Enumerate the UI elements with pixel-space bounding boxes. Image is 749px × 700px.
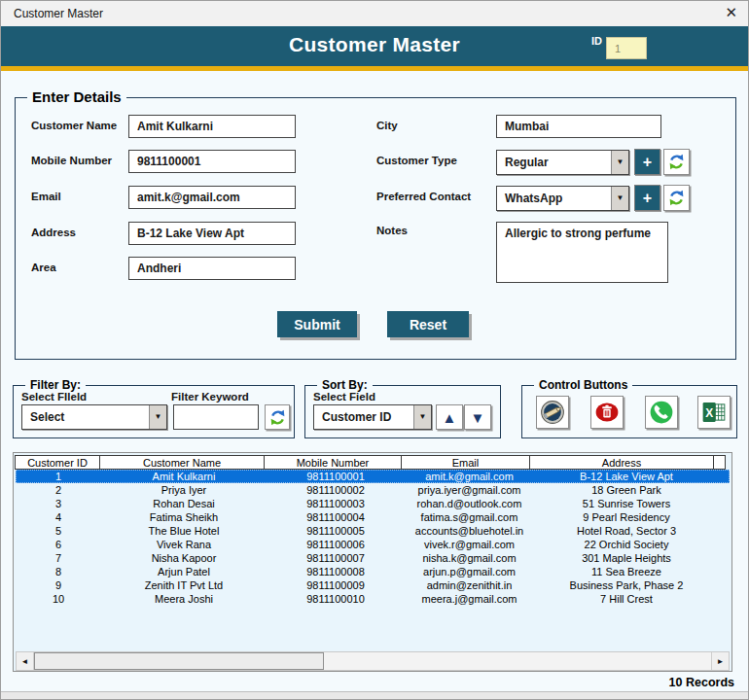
city-input[interactable] bbox=[496, 115, 661, 138]
city-label: City bbox=[376, 120, 398, 131]
whatsapp-button[interactable] bbox=[645, 396, 678, 429]
grid-cell: 9 Pearl Residency bbox=[534, 510, 719, 524]
horizontal-scrollbar[interactable]: ◄ ► bbox=[16, 651, 730, 671]
grid-cell: 9811100004 bbox=[267, 510, 405, 524]
refresh-preferred-contact-button[interactable] bbox=[663, 185, 690, 211]
id-field[interactable] bbox=[606, 37, 647, 59]
table-row[interactable]: 1Amit Kulkarni9811100001amit.k@gmail.com… bbox=[16, 470, 730, 483]
grid-cell bbox=[719, 551, 730, 565]
filter-legend: Filter By: bbox=[25, 378, 86, 392]
area-input[interactable] bbox=[128, 257, 296, 280]
grid-cell: 9811100010 bbox=[267, 592, 405, 606]
grid-cell: 7 Hill Crest bbox=[534, 592, 719, 606]
sort-group: Sort By: Select Field Customer ID ▼ ▲ ▼ bbox=[304, 385, 501, 438]
grid-cell: 2 bbox=[16, 483, 101, 497]
address-input[interactable] bbox=[128, 222, 296, 245]
column-header: Customer Name bbox=[99, 455, 265, 470]
column-header: Mobile Number bbox=[264, 455, 402, 470]
preferred-contact-label: Preferred Contact bbox=[376, 191, 471, 202]
grid-cell bbox=[719, 578, 730, 592]
grid-cell: 10 bbox=[16, 592, 101, 606]
grid-cell: rohan.d@outlook.com bbox=[405, 497, 534, 510]
notes-input[interactable]: Allergic to strong perfume bbox=[496, 222, 668, 283]
grid-cell: admin@zenithit.in bbox=[405, 578, 534, 592]
close-icon[interactable]: ✕ bbox=[725, 4, 737, 21]
grid-cell: 9811100007 bbox=[267, 551, 405, 565]
grid-cell: 6 bbox=[16, 538, 101, 551]
sort-ascending-button[interactable]: ▲ bbox=[436, 404, 463, 430]
table-row[interactable]: 2Priya Iyer9811100002priya.iyer@gmail.co… bbox=[16, 483, 730, 497]
grid-cell: amit.k@gmail.com bbox=[405, 470, 534, 483]
add-customer-type-button[interactable]: + bbox=[634, 149, 660, 175]
customer-type-select[interactable]: Regular ▼ bbox=[496, 150, 629, 175]
grid-cell: 9811100002 bbox=[267, 483, 405, 497]
grid-cell: priya.iyer@gmail.com bbox=[405, 483, 534, 497]
grid-cell: 18 Green Park bbox=[534, 483, 719, 497]
refresh-icon bbox=[667, 153, 686, 171]
area-label: Area bbox=[31, 262, 56, 273]
grid-cell bbox=[719, 565, 730, 578]
mobile-number-label: Mobile Number bbox=[31, 155, 112, 166]
grid-cell: B-12 Lake View Apt bbox=[534, 470, 719, 483]
grid-cell: meera.j@gmail.com bbox=[405, 592, 534, 606]
sort-descending-button[interactable]: ▼ bbox=[464, 404, 491, 430]
table-row[interactable]: 5The Blue Hotel9811100005accounts@blueho… bbox=[16, 524, 730, 538]
preferred-contact-select[interactable]: WhatsApp ▼ bbox=[496, 186, 629, 211]
grid-cell bbox=[719, 510, 730, 524]
grid-cell: Rohan Desai bbox=[101, 497, 267, 510]
grid-cell: 3 bbox=[16, 497, 101, 510]
grid-cell: vivek.r@gmail.com bbox=[405, 538, 534, 551]
apply-filter-button[interactable] bbox=[265, 404, 290, 430]
delete-button[interactable] bbox=[590, 396, 624, 429]
table-row[interactable]: 4Fatima Sheikh9811100004fatima.s@gmail.c… bbox=[16, 510, 730, 524]
customer-name-input[interactable] bbox=[128, 115, 296, 138]
grid-cell: 9811100008 bbox=[267, 565, 405, 578]
filter-keyword-input[interactable] bbox=[173, 404, 259, 430]
filter-group: Filter By: Select FIleld Filter Keyword … bbox=[13, 385, 295, 438]
excel-export-button[interactable]: X bbox=[697, 396, 731, 429]
table-row[interactable]: 10Meera Joshi9811100010meera.j@gmail.com… bbox=[16, 592, 730, 606]
grid-cell: 9811100009 bbox=[267, 578, 405, 592]
pencil-edit-icon bbox=[540, 400, 565, 425]
record-count: 10 Records bbox=[669, 676, 734, 689]
table-row[interactable]: 6Vivek Rana9811100006vivek.r@gmail.com22… bbox=[16, 538, 730, 551]
grid-cell: Fatima Sheikh bbox=[101, 510, 267, 524]
header-banner: Customer Master ID bbox=[1, 26, 748, 66]
sort-field-value: Customer ID bbox=[314, 405, 413, 429]
scroll-left-icon[interactable]: ◄ bbox=[17, 652, 34, 670]
grid-cell: Zenith IT Pvt Ltd bbox=[101, 578, 267, 592]
chevron-down-icon: ▼ bbox=[149, 405, 166, 429]
reset-button[interactable]: Reset bbox=[387, 311, 469, 337]
titlebar: Customer Master ✕ bbox=[1, 1, 748, 27]
scroll-right-icon[interactable]: ► bbox=[711, 652, 729, 670]
table-row[interactable]: 7Nisha Kapoor9811100007nisha.k@gmail.com… bbox=[16, 551, 730, 565]
grid-cell: Amit Kulkarni bbox=[101, 470, 267, 483]
column-header: Customer ID bbox=[15, 455, 100, 470]
customer-name-label: Customer Name bbox=[31, 120, 117, 131]
chevron-down-icon: ▼ bbox=[611, 187, 628, 210]
add-preferred-contact-button[interactable]: + bbox=[634, 185, 660, 211]
edit-button[interactable] bbox=[536, 396, 569, 429]
sort-field-select[interactable]: Customer ID ▼ bbox=[313, 404, 432, 430]
submit-button[interactable]: Submit bbox=[277, 311, 357, 337]
grid-cell: arjun.p@gmail.com bbox=[405, 565, 534, 578]
grid-cell: 9 bbox=[16, 578, 101, 592]
chevron-down-icon: ▼ bbox=[413, 405, 431, 429]
table-row[interactable]: 9Zenith IT Pvt Ltd9811100009admin@zenith… bbox=[16, 578, 730, 592]
grid-cell: nisha.k@gmail.com bbox=[405, 551, 534, 565]
filter-field-select[interactable]: Select ▼ bbox=[21, 404, 167, 430]
email-label: Email bbox=[31, 191, 61, 202]
scrollbar-thumb[interactable] bbox=[34, 652, 324, 670]
table-row[interactable]: 8Arjun Patel9811100008arjun.p@gmail.com1… bbox=[16, 565, 730, 578]
grid-cell: fatima.s@gmail.com bbox=[405, 510, 534, 524]
preferred-contact-value: WhatsApp bbox=[497, 187, 611, 210]
refresh-customer-type-button[interactable] bbox=[663, 149, 690, 175]
enter-details-group: Enter Details Customer Name Mobile Numbe… bbox=[15, 97, 736, 360]
table-row[interactable]: 3Rohan Desai9811100003rohan.d@outlook.co… bbox=[16, 497, 730, 510]
grid-cell: 8 bbox=[16, 565, 101, 578]
email-input[interactable] bbox=[128, 186, 296, 209]
refresh-icon bbox=[268, 408, 287, 427]
mobile-number-input[interactable] bbox=[128, 150, 296, 173]
grid-cell bbox=[719, 470, 730, 483]
window-title: Customer Master bbox=[14, 7, 103, 20]
